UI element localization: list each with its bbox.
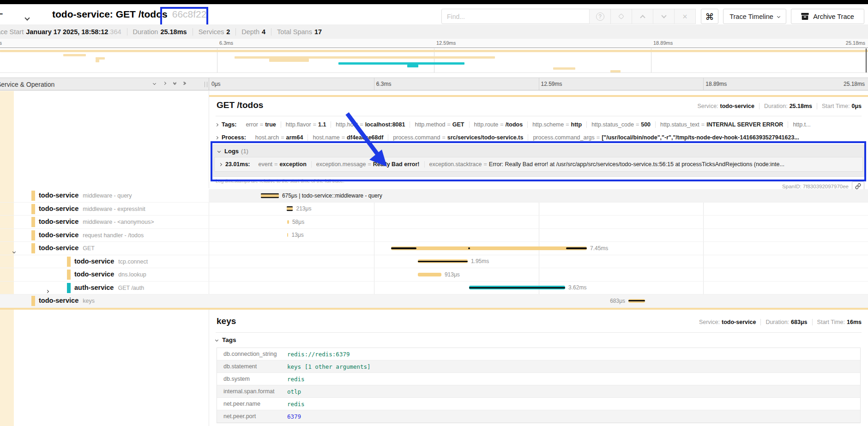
minimap-canvas[interactable] — [0, 48, 868, 73]
span-row[interactable]: todo-servicedns.lookup 913μs — [0, 268, 868, 282]
span-duration-bar[interactable] — [261, 193, 279, 198]
logs-title: Logs — [224, 148, 239, 155]
row-chevron-icon[interactable] — [46, 286, 48, 294]
tags-section-header[interactable]: Tags — [216, 336, 236, 343]
tag-value: otlp — [287, 388, 301, 395]
tag-key: db.statement — [217, 363, 287, 370]
span-timeline-cell[interactable]: 213μs — [209, 203, 868, 216]
span-name-cell[interactable]: todo-servicerequest handler - /todos — [0, 229, 209, 242]
ruler-tick-label: 0μs — [211, 81, 221, 87]
process-value: df4eaece68df — [347, 134, 383, 141]
log-entry-row[interactable]: 23.01ms: event=exceptionexception.messag… — [214, 157, 863, 172]
span-row[interactable]: todo-serviceGET 7.45ms — [0, 242, 868, 255]
tag-row: db.system redis — [217, 373, 860, 385]
process-key: host.name — [313, 134, 339, 141]
tag-row: db.statement keys [1 other arguments] — [217, 360, 860, 373]
logs-count: (1) — [241, 148, 248, 155]
operation-name: GET — [83, 245, 95, 252]
summary-label: Duration — [133, 28, 158, 36]
trace-view-selector[interactable]: Trace Timeline — [723, 9, 786, 24]
span-duration-bar[interactable] — [287, 206, 293, 211]
summary-value-fraction: .364 — [108, 28, 121, 36]
keyboard-shortcuts-button[interactable]: ⌘ — [701, 9, 718, 24]
span-row[interactable]: todo-servicerequest handler - /todos 13μ… — [0, 229, 868, 242]
minimap-span-bar — [610, 70, 621, 72]
find-help-button[interactable]: ? — [589, 9, 611, 24]
tags-row[interactable]: Tags: error=truehttp.flavor=1.1http.host… — [216, 119, 864, 131]
find-prev-button[interactable] — [632, 9, 653, 24]
back-arrow-icon[interactable]: ← — [0, 7, 3, 20]
span-name-cell[interactable]: todo-servicemiddleware - <anonymous> — [0, 216, 209, 228]
logs-header[interactable]: Logs (1) — [213, 145, 864, 157]
span-duration-bar[interactable] — [287, 233, 289, 237]
minimap-tick-label: 12.59ms — [436, 40, 456, 46]
tag-value: redis — [287, 376, 305, 383]
span-duration-bar[interactable] — [418, 273, 441, 276]
log-field-key: exception.stacktrace — [429, 161, 482, 168]
meta-item: Duration:25.18ms — [759, 103, 812, 109]
collapse-trace-chevron-icon[interactable] — [25, 13, 29, 22]
ruler-gridline — [539, 78, 539, 90]
tag-pill: http.scheme=http — [527, 121, 586, 128]
span-timeline-cell[interactable]: 913μs — [209, 268, 868, 281]
find-input[interactable] — [441, 9, 590, 24]
trace-minimap[interactable]: 0μs6.3ms12.59ms18.89ms25.18ms — [0, 39, 868, 73]
minimap-right-scrubber[interactable] — [866, 48, 867, 72]
span-timeline-cell[interactable]: 1.95ms — [209, 255, 868, 268]
chevron-right-icon — [216, 136, 218, 139]
span-name-cell[interactable]: auth-serviceGET /auth — [0, 282, 209, 294]
find-clear-button[interactable]: × — [674, 9, 696, 24]
span-row[interactable]: todo-servicemiddleware - expressInit 213… — [0, 203, 868, 216]
span-duration-bar[interactable] — [287, 220, 289, 224]
process-row[interactable]: Process: host.arch=arm64host.name=df4eae… — [216, 132, 864, 144]
tags-table: db.connection_string redis://redis:6379 … — [217, 348, 861, 423]
span-row[interactable]: auth-serviceGET /auth 3.62ms — [0, 282, 868, 295]
row-chevron-icon[interactable] — [13, 246, 15, 255]
span-timeline-cell[interactable]: 683μs — [209, 294, 868, 307]
span-timeline-cell[interactable]: 675μs | todo-service::middleware - query — [209, 189, 868, 202]
timeline-ruler: 0μs6.3ms12.59ms18.89ms25.18ms — [209, 78, 868, 90]
expand-one-icon[interactable] — [163, 82, 166, 85]
summary-value: 25.18ms — [160, 28, 187, 36]
span-duration-bar[interactable] — [418, 259, 468, 263]
span-name-cell[interactable]: todo-servicemiddleware - query — [0, 189, 209, 202]
span-name-cell[interactable]: todo-servicetcp.connect — [0, 255, 209, 268]
span-timeline-cell[interactable]: 58μs — [209, 216, 868, 228]
find-match-case-button[interactable] — [610, 9, 632, 24]
span-timeline-cell[interactable]: 3.62ms — [209, 282, 868, 294]
link-icon — [855, 183, 861, 189]
archive-icon — [801, 13, 809, 20]
span-row[interactable]: todo-servicekeys 683μs — [0, 294, 868, 308]
operation-name: dns.lookup — [118, 271, 146, 278]
span-duration-bar[interactable] — [469, 286, 565, 289]
span-duration-bar[interactable] — [391, 246, 587, 250]
column-resize-grip[interactable] — [205, 82, 207, 87]
span-row[interactable]: todo-servicetcp.connect 1.95ms — [0, 255, 868, 269]
span-timeline-cell[interactable]: 13μs — [209, 229, 868, 242]
process-key: process.command — [393, 134, 440, 141]
span-timeline-cell[interactable]: 7.45ms — [209, 242, 868, 255]
span-name-cell[interactable]: todo-servicedns.lookup — [0, 268, 209, 281]
span-duration-bar[interactable] — [628, 299, 645, 303]
span-name-cell[interactable]: todo-servicekeys — [0, 294, 209, 307]
process-pill: process.command=src/services/todo-servic… — [388, 134, 528, 141]
span-row[interactable]: todo-servicemiddleware - <anonymous> 58μ… — [0, 216, 868, 229]
collapse-one-icon[interactable] — [153, 82, 156, 85]
log-field-key: event — [259, 161, 273, 168]
summary-value: January 17 2025, 18:58:12 — [26, 28, 108, 36]
archive-trace-button[interactable]: Archive Trace — [791, 9, 864, 24]
equals-sign: = — [340, 134, 347, 141]
service-color-bar — [31, 230, 35, 240]
minimap-tick-label: 0μs — [0, 40, 2, 46]
find-next-button[interactable] — [653, 9, 675, 24]
summary-label: Total Spans — [277, 28, 312, 36]
span-name-cell[interactable]: todo-serviceGET — [0, 242, 209, 255]
minimap-tick-label: 18.89ms — [653, 40, 673, 46]
span-name-cell[interactable]: todo-servicemiddleware - expressInit — [0, 203, 209, 216]
span-row[interactable]: todo-servicemiddleware - query 675μs | t… — [0, 189, 868, 203]
tag-key: db.system — [217, 376, 287, 382]
tag-value: 1.1 — [318, 121, 326, 128]
collapse-all-icon[interactable] — [174, 83, 176, 84]
service-color-bar — [67, 283, 71, 293]
expand-all-icon[interactable] — [184, 82, 186, 84]
